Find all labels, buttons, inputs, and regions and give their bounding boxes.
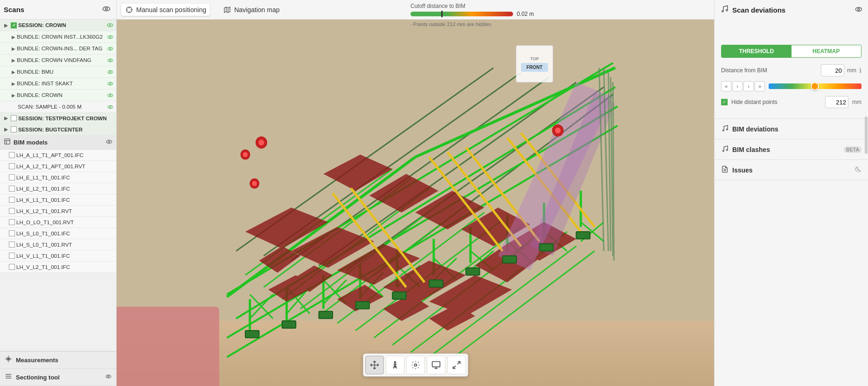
bim-file-1-checkbox[interactable]	[9, 152, 15, 158]
session-crown-checkbox[interactable]	[11, 22, 17, 28]
bundle-crown-ins-der-tag[interactable]: ▶ BUNDLE: CROWN-INS... DER TAG	[0, 43, 116, 55]
bundle-inst-skakt-eye[interactable]	[106, 79, 114, 88]
bim-file-10[interactable]: LH_V_L1_T1_001.IFC	[0, 250, 116, 262]
session-bugtcenter[interactable]: ▶ SESSION: BUGTCENTER	[0, 124, 116, 135]
bundle-crown-inst-eye[interactable]	[106, 33, 114, 41]
bim-file-11-checkbox[interactable]	[9, 264, 15, 270]
bim-file-11[interactable]: LH_V_L2_T1_001.IFC	[0, 262, 116, 273]
hide-distant-label: Hide distant points	[731, 99, 821, 105]
bim-file-3[interactable]: LH_E_L1_T1_001.IFC	[0, 172, 116, 183]
bim-file-6[interactable]: LH_K_L2_T1_001.RVT	[0, 206, 116, 217]
session-testprojekt-checkbox[interactable]	[11, 115, 17, 121]
info-icon[interactable]: ℹ	[859, 67, 861, 74]
session-bugtcenter-checkbox[interactable]	[11, 126, 17, 132]
nav-last-button[interactable]: »	[755, 81, 765, 91]
bim-file-9-checkbox[interactable]	[9, 241, 15, 248]
bim-file-4[interactable]: LH_E_L2_T1_001.IFC	[0, 183, 116, 194]
nav-prev-button[interactable]: ‹	[732, 81, 743, 91]
view-cube[interactable]: TOP FRONT	[516, 45, 553, 83]
bundle-crown[interactable]: ▶ BUNDLE: CROWN	[0, 90, 116, 101]
bundle-inst-skakt[interactable]: ▶ BUNDLE: INST SKAKT	[0, 78, 116, 90]
bim-file-6-checkbox[interactable]	[9, 208, 15, 214]
bim-clashes-row[interactable]: BIM clashes BETA	[715, 139, 868, 160]
bundle-crown-ins-der-tag-eye[interactable]	[106, 44, 114, 53]
bim-file-8-checkbox[interactable]	[9, 230, 15, 236]
sectioning-eye[interactable]	[105, 373, 111, 381]
sectioning-tool-item[interactable]: Sectioning tool	[0, 369, 116, 386]
bim-models-eye[interactable]	[106, 138, 112, 146]
session-crown[interactable]: ▶ SESSION: CROWN	[0, 20, 116, 31]
gradient-nav-arrows: « ‹ › »	[721, 81, 765, 91]
bim-file-2-checkbox[interactable]	[9, 163, 15, 169]
threshold-tab[interactable]: THRESHOLD	[722, 45, 792, 57]
bim-deviations-row[interactable]: BIM deviations	[715, 119, 868, 139]
svg-marker-93	[383, 261, 466, 302]
bim-models-section-header[interactable]: BIM models	[0, 135, 116, 150]
svg-rect-123	[503, 256, 517, 263]
session-crown-eye[interactable]	[106, 21, 114, 29]
heatmap-tab[interactable]: HEATMAP	[792, 45, 861, 57]
bim-file-5-checkbox[interactable]	[9, 197, 15, 203]
bim-file-5[interactable]: LH_K_L1_T1_001.IFC	[0, 194, 116, 206]
person-tool-button[interactable]	[386, 356, 404, 374]
bundle-bmu-eye[interactable]	[106, 68, 114, 76]
svg-line-113	[521, 133, 595, 227]
expand-icon: ▶	[10, 80, 17, 87]
svg-line-37	[264, 73, 521, 256]
bim-file-9[interactable]: LH_S_L0_T1_001.RVT	[0, 239, 116, 250]
right-panel-scrollbar[interactable]	[865, 117, 868, 154]
issues-eye[interactable]	[855, 166, 861, 174]
svg-line-81	[337, 213, 484, 324]
screen-tool-button[interactable]	[427, 356, 445, 374]
bim-file-1[interactable]: LH_A_L1_T1_APT_001.IFC	[0, 150, 116, 161]
bim-file-7-checkbox[interactable]	[9, 219, 15, 225]
scan-sample-eye[interactable]	[106, 103, 114, 111]
hide-distant-checkbox[interactable]	[721, 99, 728, 105]
nav-first-button[interactable]: «	[721, 81, 731, 91]
hide-distant-unit: mm	[852, 99, 861, 105]
nav-map-menu-item[interactable]: Navigation map	[219, 4, 283, 16]
bim-file-8[interactable]: LH_S_L0_T1_001.IFC	[0, 228, 116, 239]
svg-point-132	[258, 139, 264, 145]
bim-file-10-checkbox[interactable]	[9, 253, 15, 259]
svg-point-136	[243, 152, 248, 157]
bim-file-6-label: LH_K_L2_T1_001.RVT	[16, 208, 114, 214]
fullscreen-tool-button[interactable]	[447, 356, 466, 374]
svg-line-63	[544, 232, 567, 251]
scans-visibility-button[interactable]	[100, 4, 112, 16]
gradient-thumb[interactable]	[811, 82, 819, 90]
svg-point-13	[109, 24, 111, 26]
scan-dev-eye-button[interactable]	[855, 6, 862, 14]
svg-point-131	[256, 137, 267, 148]
svg-point-139	[394, 362, 396, 363]
move-tool-button[interactable]	[365, 356, 384, 374]
svg-rect-119	[355, 302, 369, 309]
bim-file-2[interactable]: LH_A_L2_T1_APT_001.RVT	[0, 161, 116, 172]
scan-dev-icon	[720, 5, 729, 15]
settings-tool-button[interactable]	[406, 356, 425, 374]
bundle-crown-eye[interactable]	[106, 91, 114, 99]
color-gradient-bar[interactable]	[769, 83, 861, 89]
measurements-item[interactable]: Measurements	[0, 352, 116, 369]
viewport[interactable]: TOP FRONT	[117, 20, 714, 386]
hide-distant-input[interactable]	[825, 96, 848, 108]
svg-line-80	[319, 205, 466, 316]
bundle-crown-inst[interactable]: ▶ BUNDLE: CROWN INST...LK360G2	[0, 31, 116, 43]
bim-file-7[interactable]: LH_O_LO_T1_001.RVT	[0, 217, 116, 228]
session-testprojekt[interactable]: ▶ SESSION: TESTPROJEKT CROWN	[0, 113, 116, 124]
cutoff-area: Cutoff distance to BIM 0.02 m	[406, 0, 583, 20]
svg-marker-94	[429, 275, 512, 316]
distance-bim-input[interactable]	[821, 64, 844, 76]
bim-file-3-checkbox[interactable]	[9, 174, 15, 180]
manual-scan-menu-item[interactable]: Manual scan positioning	[121, 4, 210, 16]
view-cube-front-label[interactable]: FRONT	[521, 63, 548, 72]
bundle-crown-vindfang-eye[interactable]	[106, 56, 114, 64]
bim-file-4-checkbox[interactable]	[9, 186, 15, 192]
nav-next-button[interactable]: ›	[743, 81, 754, 91]
issues-row[interactable]: Issues	[715, 160, 868, 180]
bundle-crown-vindfang[interactable]: ▶ BUNDLE: CROWN VINDFANG	[0, 55, 116, 66]
left-sidebar: ▶ SESSION: CROWN ▶ BUNDLE: CROWN INST...…	[0, 20, 117, 386]
scan-sample[interactable]: SCAN: SAMPLE - 0.005 M	[0, 101, 116, 113]
bundle-bmu[interactable]: ▶ BUNDLE: BMU	[0, 66, 116, 78]
svg-line-38	[291, 77, 549, 261]
